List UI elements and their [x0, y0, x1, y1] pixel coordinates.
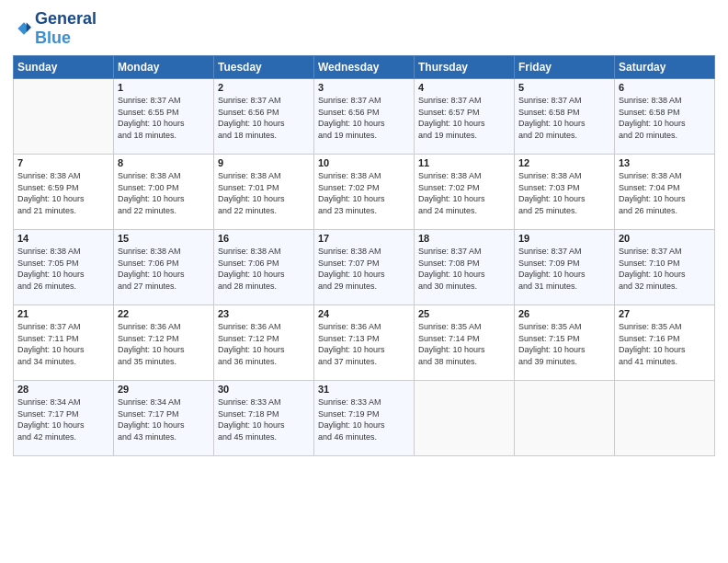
calendar-cell: 12Sunrise: 8:38 AM Sunset: 7:03 PM Dayli… [515, 155, 615, 230]
calendar-cell: 1Sunrise: 8:37 AM Sunset: 6:55 PM Daylig… [114, 79, 214, 155]
calendar-cell [515, 381, 615, 456]
calendar-cell: 19Sunrise: 8:37 AM Sunset: 7:09 PM Dayli… [515, 230, 615, 305]
day-number: 24 [318, 308, 410, 319]
cell-content: Sunrise: 8:35 AM Sunset: 7:16 PM Dayligh… [619, 321, 711, 367]
cell-content: Sunrise: 8:37 AM Sunset: 7:08 PM Dayligh… [418, 246, 510, 292]
calendar-cell: 16Sunrise: 8:38 AM Sunset: 7:06 PM Dayli… [214, 230, 314, 305]
calendar-cell: 11Sunrise: 8:38 AM Sunset: 7:02 PM Dayli… [415, 155, 515, 230]
week-row-3: 21Sunrise: 8:37 AM Sunset: 7:11 PM Dayli… [14, 305, 715, 381]
calendar-cell: 2Sunrise: 8:37 AM Sunset: 6:56 PM Daylig… [214, 79, 314, 155]
weekday-header-row: SundayMondayTuesdayWednesdayThursdayFrid… [14, 56, 715, 79]
week-row-2: 14Sunrise: 8:38 AM Sunset: 7:05 PM Dayli… [14, 230, 715, 305]
cell-content: Sunrise: 8:33 AM Sunset: 7:19 PM Dayligh… [318, 396, 410, 442]
calendar-cell: 6Sunrise: 8:38 AM Sunset: 6:58 PM Daylig… [615, 79, 715, 155]
cell-content: Sunrise: 8:38 AM Sunset: 7:00 PM Dayligh… [118, 170, 210, 216]
cell-content: Sunrise: 8:38 AM Sunset: 7:02 PM Dayligh… [318, 170, 410, 216]
day-number: 29 [118, 384, 210, 395]
calendar-cell: 8Sunrise: 8:38 AM Sunset: 7:00 PM Daylig… [114, 155, 214, 230]
day-number: 13 [619, 157, 711, 168]
cell-content: Sunrise: 8:35 AM Sunset: 7:14 PM Dayligh… [418, 321, 510, 367]
day-number: 1 [118, 82, 210, 93]
day-number: 14 [17, 233, 109, 244]
calendar-cell: 17Sunrise: 8:38 AM Sunset: 7:07 PM Dayli… [314, 230, 415, 305]
logo-text: General Blue [35, 9, 97, 48]
day-number: 18 [418, 233, 510, 244]
calendar-cell: 14Sunrise: 8:38 AM Sunset: 7:05 PM Dayli… [14, 230, 114, 305]
day-number: 11 [418, 157, 510, 168]
day-number: 19 [518, 233, 610, 244]
day-number: 8 [118, 157, 210, 168]
calendar-cell: 13Sunrise: 8:38 AM Sunset: 7:04 PM Dayli… [615, 155, 715, 230]
calendar-cell: 27Sunrise: 8:35 AM Sunset: 7:16 PM Dayli… [615, 305, 715, 381]
calendar-cell: 10Sunrise: 8:38 AM Sunset: 7:02 PM Dayli… [314, 155, 415, 230]
calendar-cell: 29Sunrise: 8:34 AM Sunset: 7:17 PM Dayli… [114, 381, 214, 456]
cell-content: Sunrise: 8:36 AM Sunset: 7:12 PM Dayligh… [218, 321, 310, 367]
cell-content: Sunrise: 8:38 AM Sunset: 7:06 PM Dayligh… [118, 246, 210, 292]
cell-content: Sunrise: 8:37 AM Sunset: 6:55 PM Dayligh… [118, 95, 210, 141]
day-number: 21 [17, 308, 109, 319]
calendar-cell: 9Sunrise: 8:38 AM Sunset: 7:01 PM Daylig… [214, 155, 314, 230]
day-number: 25 [418, 308, 510, 319]
day-number: 5 [518, 82, 610, 93]
cell-content: Sunrise: 8:38 AM Sunset: 7:02 PM Dayligh… [418, 170, 510, 216]
day-number: 23 [218, 308, 310, 319]
logo: General Blue [13, 9, 97, 48]
day-number: 20 [619, 233, 711, 244]
day-number: 31 [318, 384, 410, 395]
cell-content: Sunrise: 8:37 AM Sunset: 6:57 PM Dayligh… [418, 95, 510, 141]
calendar-cell: 7Sunrise: 8:38 AM Sunset: 6:59 PM Daylig… [14, 155, 114, 230]
cell-content: Sunrise: 8:38 AM Sunset: 6:58 PM Dayligh… [619, 95, 711, 141]
cell-content: Sunrise: 8:36 AM Sunset: 7:13 PM Dayligh… [318, 321, 410, 367]
header: General Blue [13, 9, 715, 48]
day-number: 7 [17, 157, 109, 168]
calendar-cell [415, 381, 515, 456]
cell-content: Sunrise: 8:37 AM Sunset: 6:58 PM Dayligh… [518, 95, 610, 141]
calendar-cell [14, 79, 114, 155]
calendar-cell: 22Sunrise: 8:36 AM Sunset: 7:12 PM Dayli… [114, 305, 214, 381]
day-number: 17 [318, 233, 410, 244]
cell-content: Sunrise: 8:38 AM Sunset: 7:03 PM Dayligh… [518, 170, 610, 216]
calendar-cell: 26Sunrise: 8:35 AM Sunset: 7:15 PM Dayli… [515, 305, 615, 381]
cell-content: Sunrise: 8:37 AM Sunset: 7:11 PM Dayligh… [17, 321, 109, 367]
weekday-header-saturday: Saturday [615, 56, 715, 79]
calendar-cell: 28Sunrise: 8:34 AM Sunset: 7:17 PM Dayli… [14, 381, 114, 456]
calendar-cell: 5Sunrise: 8:37 AM Sunset: 6:58 PM Daylig… [515, 79, 615, 155]
week-row-1: 7Sunrise: 8:38 AM Sunset: 6:59 PM Daylig… [14, 155, 715, 230]
calendar-cell: 23Sunrise: 8:36 AM Sunset: 7:12 PM Dayli… [214, 305, 314, 381]
cell-content: Sunrise: 8:33 AM Sunset: 7:18 PM Dayligh… [218, 396, 310, 442]
day-number: 9 [218, 157, 310, 168]
calendar-cell: 30Sunrise: 8:33 AM Sunset: 7:18 PM Dayli… [214, 381, 314, 456]
day-number: 2 [218, 82, 310, 93]
cell-content: Sunrise: 8:38 AM Sunset: 7:07 PM Dayligh… [318, 246, 410, 292]
cell-content: Sunrise: 8:38 AM Sunset: 7:06 PM Dayligh… [218, 246, 310, 292]
calendar-cell: 15Sunrise: 8:38 AM Sunset: 7:06 PM Dayli… [114, 230, 214, 305]
day-number: 26 [518, 308, 610, 319]
logo-icon [13, 19, 31, 38]
weekday-header-wednesday: Wednesday [314, 56, 415, 79]
cell-content: Sunrise: 8:38 AM Sunset: 6:59 PM Dayligh… [17, 170, 109, 216]
calendar-cell: 20Sunrise: 8:37 AM Sunset: 7:10 PM Dayli… [615, 230, 715, 305]
calendar-cell: 18Sunrise: 8:37 AM Sunset: 7:08 PM Dayli… [415, 230, 515, 305]
cell-content: Sunrise: 8:34 AM Sunset: 7:17 PM Dayligh… [118, 396, 210, 442]
day-number: 10 [318, 157, 410, 168]
day-number: 28 [17, 384, 109, 395]
day-number: 6 [619, 82, 711, 93]
calendar-table: SundayMondayTuesdayWednesdayThursdayFrid… [13, 55, 715, 456]
day-number: 15 [118, 233, 210, 244]
calendar-cell: 3Sunrise: 8:37 AM Sunset: 6:56 PM Daylig… [314, 79, 415, 155]
day-number: 4 [418, 82, 510, 93]
week-row-0: 1Sunrise: 8:37 AM Sunset: 6:55 PM Daylig… [14, 79, 715, 155]
cell-content: Sunrise: 8:37 AM Sunset: 6:56 PM Dayligh… [318, 95, 410, 141]
cell-content: Sunrise: 8:38 AM Sunset: 7:05 PM Dayligh… [17, 246, 109, 292]
calendar-cell: 24Sunrise: 8:36 AM Sunset: 7:13 PM Dayli… [314, 305, 415, 381]
day-number: 12 [518, 157, 610, 168]
day-number: 27 [619, 308, 711, 319]
cell-content: Sunrise: 8:38 AM Sunset: 7:04 PM Dayligh… [619, 170, 711, 216]
cell-content: Sunrise: 8:36 AM Sunset: 7:12 PM Dayligh… [118, 321, 210, 367]
cell-content: Sunrise: 8:35 AM Sunset: 7:15 PM Dayligh… [518, 321, 610, 367]
calendar-cell [615, 381, 715, 456]
day-number: 16 [218, 233, 310, 244]
weekday-header-tuesday: Tuesday [214, 56, 314, 79]
day-number: 3 [318, 82, 410, 93]
day-number: 22 [118, 308, 210, 319]
